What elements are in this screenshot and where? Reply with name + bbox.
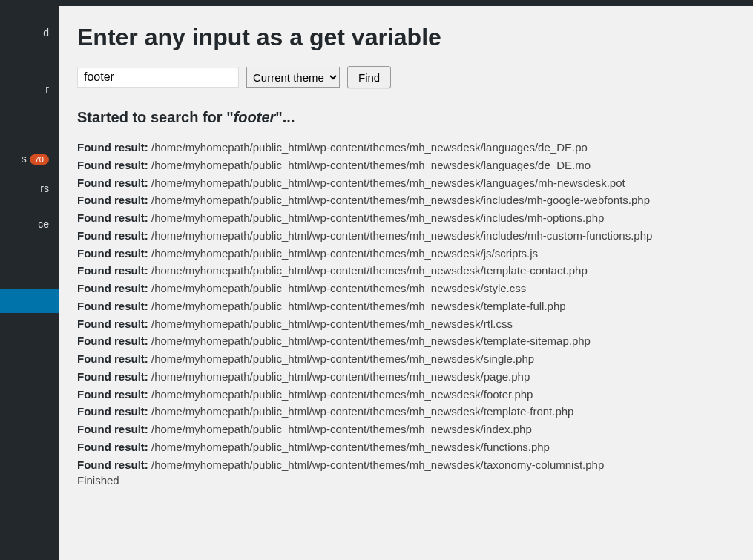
result-path: /home/myhomepath/public_html/wp-content/… [148,405,574,418]
result-path: /home/myhomepath/public_html/wp-content/… [148,194,650,206]
result-label: Found result: [77,177,148,189]
result-row: Found result: /home/myhomepath/public_ht… [77,457,735,473]
result-path: /home/myhomepath/public_html/wp-content/… [148,352,534,365]
status-line: Started to search for "footer"... [77,109,735,126]
result-path: /home/myhomepath/public_html/wp-content/… [148,264,588,277]
menu-spacer [0,45,59,58]
menu-item-4[interactable]: ce [0,212,59,236]
result-path: /home/myhomepath/public_html/wp-content/… [148,177,625,189]
admin-sidebar: d r s70 rs ce [0,0,59,560]
result-label: Found result: [77,300,148,312]
result-row: Found result: /home/myhomepath/public_ht… [77,439,735,455]
menu-spacer [0,249,59,263]
result-row: Found result: /home/myhomepath/public_ht… [77,421,735,438]
search-form: Current theme Find [77,66,735,88]
menu-spacer [0,71,59,77]
result-path: /home/myhomepath/public_html/wp-content/… [148,282,526,294]
page-title: Enter any input as a get variable [77,24,735,51]
result-label: Found result: [77,388,148,401]
result-label: Found result: [77,282,148,294]
result-label: Found result: [77,264,148,277]
result-path: /home/myhomepath/public_html/wp-content/… [148,159,591,171]
menu-spacer [0,141,59,147]
finished-label: Finished [77,474,735,487]
result-row: Found result: /home/myhomepath/public_ht… [77,403,735,420]
result-row: Found result: /home/myhomepath/public_ht… [77,157,735,174]
menu-item-2[interactable]: s70 [0,147,59,171]
result-path: /home/myhomepath/public_html/wp-content/… [148,247,538,260]
scope-select[interactable]: Current theme [246,67,340,88]
menu-spacer [0,171,59,177]
result-label: Found result: [77,458,148,471]
result-row: Found result: /home/myhomepath/public_ht… [77,210,735,226]
menu-item-label: r [45,83,49,95]
result-row: Found result: /home/myhomepath/public_ht… [77,369,735,385]
search-input[interactable] [77,67,239,88]
result-path: /home/myhomepath/public_html/wp-content/… [148,335,591,347]
menu-badge: 70 [30,154,49,165]
admin-topbar [0,0,753,6]
result-label: Found result: [77,335,148,347]
menu-item-label: s [22,153,27,165]
result-row: Found result: /home/myhomepath/public_ht… [77,228,735,244]
result-label: Found result: [77,194,148,206]
result-label: Found result: [77,423,148,435]
result-label: Found result: [77,211,148,224]
status-term: footer [234,109,276,125]
status-suffix: "... [275,109,295,125]
result-row: Found result: /home/myhomepath/public_ht… [77,316,735,332]
result-path: /home/myhomepath/public_html/wp-content/… [148,317,513,330]
result-row: Found result: /home/myhomepath/public_ht… [77,246,735,262]
menu-item-active[interactable] [0,289,59,313]
result-row: Found result: /home/myhomepath/public_ht… [77,175,735,191]
result-label: Found result: [77,352,148,365]
result-row: Found result: /home/myhomepath/public_ht… [77,192,735,208]
result-path: /home/myhomepath/public_html/wp-content/… [148,370,530,383]
main-content: Enter any input as a get variable Curren… [59,6,753,560]
result-row: Found result: /home/myhomepath/public_ht… [77,139,735,156]
result-path: /home/myhomepath/public_html/wp-content/… [148,423,532,435]
menu-spacer [0,263,59,276]
result-label: Found result: [77,441,148,453]
menu-spacer [0,276,59,289]
find-button[interactable]: Find [347,66,391,88]
result-label: Found result: [77,247,148,260]
result-row: Found result: /home/myhomepath/public_ht… [77,351,735,367]
result-row: Found result: /home/myhomepath/public_ht… [77,298,735,314]
result-label: Found result: [77,141,148,154]
result-label: Found result: [77,229,148,242]
status-prefix: Started to search for " [77,109,234,125]
result-path: /home/myhomepath/public_html/wp-content/… [148,388,533,401]
result-row: Found result: /home/myhomepath/public_ht… [77,386,735,403]
menu-item-label: d [43,27,49,39]
result-label: Found result: [77,159,148,171]
menu-spacer [0,114,59,128]
result-row: Found result: /home/myhomepath/public_ht… [77,333,735,349]
menu-spacer [0,128,59,141]
menu-item-1[interactable]: r [0,77,59,101]
result-label: Found result: [77,405,148,418]
result-path: /home/myhomepath/public_html/wp-content/… [148,300,566,312]
menu-spacer [0,236,59,249]
result-path: /home/myhomepath/public_html/wp-content/… [148,229,653,242]
result-row: Found result: /home/myhomepath/public_ht… [77,263,735,279]
result-label: Found result: [77,370,148,383]
menu-item-label: ce [38,218,49,230]
menu-spacer [0,58,59,71]
result-path: /home/myhomepath/public_html/wp-content/… [148,141,588,154]
menu-spacer [0,101,59,114]
menu-item-0[interactable]: d [0,21,59,45]
result-path: /home/myhomepath/public_html/wp-content/… [148,211,605,224]
menu-spacer [0,206,59,212]
menu-item-label: rs [40,182,49,194]
result-label: Found result: [77,317,148,330]
menu-spacer [0,200,59,206]
results-list: Found result: /home/myhomepath/public_ht… [77,139,735,472]
admin-menu: d r s70 rs ce [0,21,59,313]
result-row: Found result: /home/myhomepath/public_ht… [77,280,735,297]
result-path: /home/myhomepath/public_html/wp-content/… [148,441,550,453]
result-path: /home/myhomepath/public_html/wp-content/… [148,458,604,471]
menu-item-3[interactable]: rs [0,177,59,200]
